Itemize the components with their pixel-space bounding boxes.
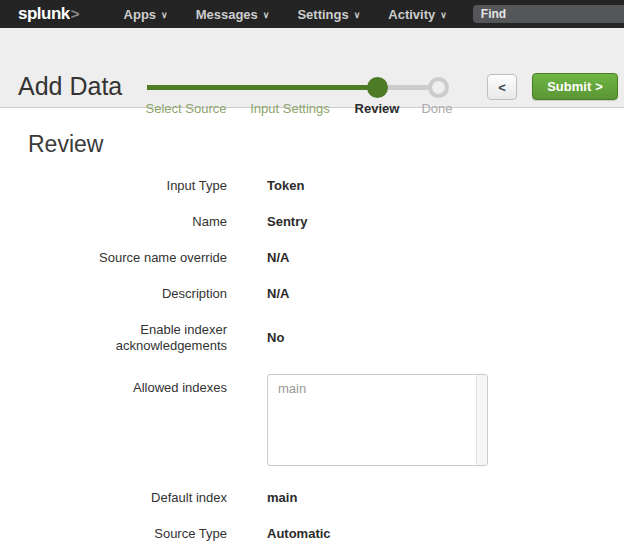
field-label: Default index (28, 490, 227, 506)
field-value: N/A (267, 286, 289, 302)
stepper-current-dot (367, 77, 388, 98)
submit-button-label: Submit (547, 79, 591, 94)
field-row-default-index: Default index main (28, 490, 624, 506)
nav-menu-activity[interactable]: Activity ∨ (388, 7, 447, 22)
scrollbar-track[interactable] (476, 375, 487, 465)
top-navbar: splunk > Apps ∨ Messages ∨ Settings ∨ Ac… (0, 0, 624, 28)
nav-menu-activity-label: Activity (388, 7, 435, 22)
field-label: Enable indexer acknowledgements (28, 322, 227, 354)
step-label-select-source[interactable]: Select Source (146, 101, 227, 116)
step-label-done: Done (421, 101, 452, 116)
field-value: No (267, 330, 284, 346)
field-label: Input Type (28, 178, 227, 194)
nav-menu-settings-label: Settings (297, 7, 348, 22)
splunk-logo[interactable]: splunk > (18, 4, 80, 24)
field-label: Name (28, 214, 227, 230)
field-row-source-type: Source Type Automatic (28, 526, 624, 542)
field-label: Description (28, 286, 227, 302)
field-row-name: Name Sentry (28, 214, 624, 230)
review-fields: Input Type Token Name Sentry Source name… (28, 178, 624, 542)
nav-menu-messages-label: Messages (196, 7, 258, 22)
nav-menu-apps[interactable]: Apps ∨ (124, 7, 168, 22)
step-label-input-settings[interactable]: Input Settings (250, 101, 330, 116)
submit-button[interactable]: Submit > (532, 73, 618, 100)
chevron-left-icon: < (498, 80, 506, 95)
chevron-down-icon: ∨ (263, 10, 270, 20)
review-panel: Review Input Type Token Name Sentry Sour… (0, 130, 624, 542)
field-value: Sentry (267, 214, 307, 230)
field-row-indexer-acknowledgements: Enable indexer acknowledgements No (28, 322, 624, 354)
field-value: main (267, 490, 297, 506)
splunk-logo-chevron-icon: > (71, 5, 80, 22)
stepper-done-circle (428, 77, 449, 98)
review-heading: Review (28, 130, 624, 158)
chevron-down-icon: ∨ (161, 10, 168, 20)
field-row-description: Description N/A (28, 286, 624, 302)
stepper-progress-bar (147, 85, 377, 90)
back-button[interactable]: < (487, 74, 517, 100)
step-label-review: Review (355, 101, 400, 116)
chevron-down-icon: ∨ (354, 10, 361, 20)
nav-menu-settings[interactable]: Settings ∨ (297, 7, 360, 22)
add-data-header: Add Data Select Source Input Settings Re… (0, 28, 624, 108)
find-search-input[interactable] (473, 5, 624, 23)
field-value: Token (267, 178, 304, 194)
wizard-stepper: Select Source Input Settings Review Done (0, 28, 624, 107)
field-value: N/A (267, 250, 289, 266)
chevron-right-icon: > (595, 79, 603, 94)
field-row-input-type: Input Type Token (28, 178, 624, 194)
field-value: Automatic (267, 526, 331, 542)
nav-menu-messages[interactable]: Messages ∨ (196, 7, 270, 22)
field-label: Allowed indexes (28, 374, 227, 396)
field-row-allowed-indexes: Allowed indexes main (28, 374, 624, 466)
splunk-logo-text: splunk (18, 4, 70, 24)
field-row-source-name-override: Source name override N/A (28, 250, 624, 266)
list-item: main (268, 375, 487, 403)
allowed-indexes-listbox[interactable]: main (267, 374, 488, 466)
chevron-down-icon: ∨ (440, 10, 447, 20)
nav-menu-apps-label: Apps (124, 7, 157, 22)
field-label: Source Type (28, 526, 227, 542)
field-label: Source name override (28, 250, 227, 266)
